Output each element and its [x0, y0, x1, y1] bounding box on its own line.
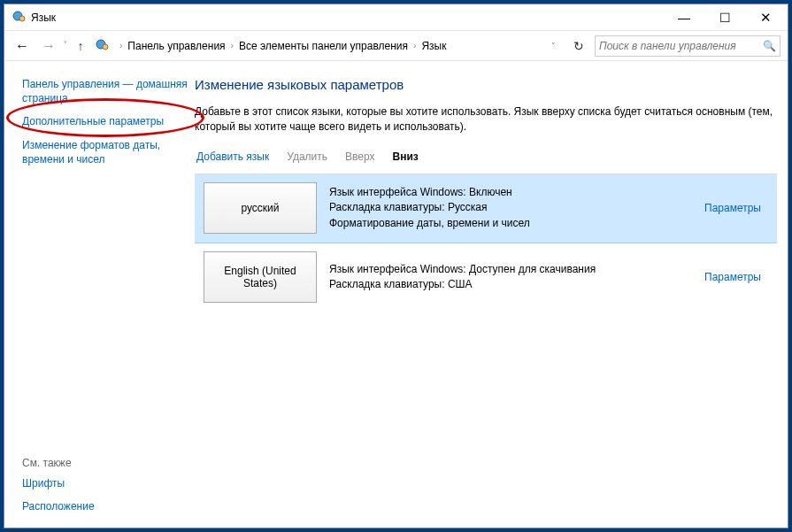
- crumb-language[interactable]: Язык: [421, 40, 446, 52]
- language-tile: English (United States): [204, 251, 317, 303]
- crumb-all-items[interactable]: Все элементы панели управления: [239, 40, 408, 52]
- language-tile: русский: [204, 182, 317, 234]
- language-info-line: Раскладка клавиатуры: США: [329, 277, 692, 292]
- minimize-button[interactable]: —: [664, 4, 704, 31]
- sidebar-link-fonts[interactable]: Шрифты: [22, 476, 188, 490]
- search-input[interactable]: [599, 40, 763, 52]
- language-info-line: Язык интерфейса Windows: Включен: [329, 185, 692, 200]
- sidebar-see-also: См. также: [22, 457, 188, 469]
- language-info-line: Язык интерфейса Windows: Доступен для ск…: [329, 262, 692, 277]
- sidebar-link-formats[interactable]: Изменение форматов даты, времени и чисел: [22, 138, 188, 166]
- language-control-panel-window: Язык — ☐ ✕ ← → ˅ ↑ › Панель управления ›…: [4, 4, 788, 528]
- language-info: Язык интерфейса Windows: Доступен для ск…: [329, 262, 692, 293]
- up-button[interactable]: ↑: [72, 39, 89, 53]
- page-title: Изменение языковых параметров: [195, 77, 777, 92]
- crumb-control-panel[interactable]: Панель управления: [127, 40, 225, 52]
- back-button[interactable]: ←: [12, 35, 33, 57]
- search-box[interactable]: 🔍: [595, 35, 780, 57]
- move-down-button[interactable]: Вниз: [393, 150, 419, 163]
- forward-button[interactable]: →: [38, 35, 59, 57]
- history-dropdown-icon[interactable]: ˅: [63, 40, 68, 51]
- main-panel: Изменение языковых параметров Добавьте в…: [195, 61, 788, 528]
- language-row[interactable]: English (United States) Язык интерфейса …: [195, 243, 777, 312]
- globe-person-icon: [12, 9, 26, 26]
- chevron-right-icon: ›: [229, 41, 235, 50]
- remove-language-button[interactable]: Удалить: [287, 150, 327, 163]
- svg-point-1: [19, 16, 25, 21]
- sidebar-link-location[interactable]: Расположение: [22, 499, 188, 513]
- language-info-line: Раскладка клавиатуры: Русская: [329, 200, 692, 215]
- close-button[interactable]: ✕: [745, 4, 786, 31]
- breadcrumb[interactable]: › Панель управления › Все элементы панел…: [114, 40, 563, 52]
- refresh-button[interactable]: ↻: [568, 39, 589, 53]
- maximize-button[interactable]: ☐: [704, 4, 745, 31]
- language-options-link[interactable]: Параметры: [704, 202, 768, 214]
- language-info: Язык интерфейса Windows: Включен Расклад…: [329, 185, 692, 231]
- language-row[interactable]: русский Язык интерфейса Windows: Включен…: [195, 174, 777, 243]
- chevron-down-icon[interactable]: ˅: [551, 42, 556, 50]
- language-info-line: Форматирование даты, времени и чисел: [329, 216, 692, 231]
- sidebar: Панель управления — домашняя страница До…: [4, 61, 195, 528]
- move-up-button[interactable]: Вверх: [345, 150, 374, 163]
- globe-person-icon: [95, 37, 109, 54]
- chevron-right-icon: ›: [411, 41, 418, 50]
- sidebar-link-home[interactable]: Панель управления — домашняя страница: [22, 77, 188, 105]
- add-language-button[interactable]: Добавить язык: [196, 150, 269, 163]
- language-list: русский Язык интерфейса Windows: Включен…: [195, 173, 777, 312]
- language-options-link[interactable]: Параметры: [704, 271, 768, 283]
- sidebar-link-advanced[interactable]: Дополнительные параметры: [22, 114, 188, 128]
- navbar: ← → ˅ ↑ › Панель управления › Все элемен…: [4, 31, 788, 61]
- svg-point-3: [103, 44, 108, 50]
- search-icon[interactable]: 🔍: [763, 40, 776, 52]
- chevron-right-icon: ›: [118, 41, 124, 50]
- language-toolbar: Добавить язык Удалить Вверх Вниз: [195, 150, 777, 163]
- page-description: Добавьте в этот список языки, которые вы…: [195, 104, 777, 135]
- titlebar: Язык — ☐ ✕: [4, 4, 788, 31]
- window-title: Язык: [31, 12, 664, 24]
